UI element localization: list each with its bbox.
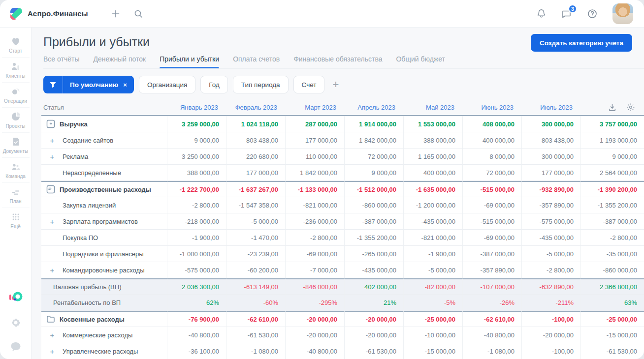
table-row[interactable]: + Управленческие расходы-36 100,00-1 080… <box>41 343 644 359</box>
table-row[interactable]: Покупка ПО-1 900,00-1 470,00-2 800,00-1 … <box>41 230 644 246</box>
value-cell: -1 000 000,00 <box>167 246 226 262</box>
table-row[interactable]: + Реклама3 250 000,00220 680,00110 000,0… <box>41 149 644 165</box>
expand-plus-icon[interactable]: + <box>46 152 58 161</box>
folder-icon[interactable] <box>46 315 55 324</box>
sidebar-item-8[interactable]: Ещё <box>2 208 30 233</box>
tab-2[interactable]: Денежный поток <box>93 55 146 68</box>
column-header-month-4[interactable]: Апрель 2023 <box>344 99 403 116</box>
create-category-button[interactable]: Создать категорию учета <box>531 34 632 52</box>
sidebar-item-label: Клиенты <box>5 73 25 79</box>
value-cell: -236 000,00 <box>285 213 344 230</box>
sidebar-item-2[interactable]: Клиенты <box>2 58 30 83</box>
download-icon[interactable] <box>608 103 616 112</box>
value-cell: -357 890,00 <box>462 262 521 278</box>
messages-badge: 3 <box>568 4 577 13</box>
expand-plus-icon[interactable]: + <box>46 331 58 339</box>
expand-plus-icon[interactable]: + <box>46 136 58 145</box>
chat-bubble-icon[interactable] <box>10 341 22 352</box>
add-filter-icon[interactable]: + <box>332 79 339 90</box>
column-header-article: Статья <box>41 99 167 116</box>
sidebar-item-6[interactable]: Команда <box>2 158 30 183</box>
value-cell: -1 512 000,00 <box>344 181 403 197</box>
value-cell: 2 366 800,00 <box>580 278 644 295</box>
article-cell: + Зарплата программистов <box>41 213 167 230</box>
filter-chip-1[interactable]: Организация <box>139 76 195 93</box>
sidebar-item-4[interactable]: Проекты <box>2 108 30 133</box>
table-row[interactable]: Нераспределенные388 000,00177 000,001 84… <box>41 165 644 181</box>
sidebar-item-5[interactable]: Документы <box>2 133 30 158</box>
table-row[interactable]: Косвенные расходы-76 900,00-62 610,00-20… <box>41 311 644 327</box>
sidebar-item-1[interactable]: Старт <box>2 32 30 58</box>
table-row[interactable]: + Командировочные расходы-575 000,00-60 … <box>41 262 644 278</box>
brand[interactable]: Аспро.Финансы <box>10 7 88 20</box>
help-icon[interactable] <box>587 8 598 19</box>
filter-chip-3[interactable]: Тип периода <box>233 76 289 93</box>
value-cell: 803 438,00 <box>521 132 580 149</box>
tab-4[interactable]: Оплата счетов <box>233 55 280 68</box>
value-cell: -5 000,00 <box>403 262 462 278</box>
value-cell: 9 000,00 <box>580 149 644 165</box>
search-icon[interactable] <box>133 9 143 19</box>
table-row[interactable]: Рентабельность по ВП62%-60%-295%21%-5%-2… <box>41 295 644 311</box>
product-logo-icon[interactable] <box>8 290 23 304</box>
tab-5[interactable]: Финансовые обязательства <box>293 55 382 68</box>
row-label: Покупка ПО <box>63 234 98 241</box>
box-plus-icon[interactable] <box>46 120 55 128</box>
value-cell: -107 000,00 <box>462 278 521 295</box>
notifications-bell-icon[interactable] <box>536 8 547 19</box>
messages-icon[interactable]: 3 <box>561 8 572 19</box>
column-header-month-5[interactable]: Май 2023 <box>403 99 462 116</box>
value-cell: 388 000,00 <box>167 165 226 181</box>
expand-plus-icon[interactable]: + <box>46 347 58 356</box>
table-row[interactable]: Валовая прибыль (ВП)2 036 300,00-613 149… <box>41 278 644 295</box>
table-row[interactable]: Производственные расходы-1 222 700,00-1 … <box>41 181 644 197</box>
table-row[interactable]: Выручка3 259 000,001 024 118,00287 000,0… <box>41 116 644 132</box>
value-cell: 21% <box>344 295 403 311</box>
value-cell: 9 000,00 <box>167 132 226 149</box>
table-body: Выручка3 259 000,001 024 118,00287 000,0… <box>41 116 644 359</box>
table-row[interactable]: Закупка лицензий-2 800,00-1 547 358,00-8… <box>41 197 644 213</box>
user-avatar[interactable] <box>612 3 633 24</box>
value-cell: 1 553 000,00 <box>403 116 462 132</box>
expand-plus-icon[interactable]: + <box>46 217 58 226</box>
tab-6[interactable]: Общий бюджет <box>396 55 445 68</box>
value-cell: 1 842 000,00 <box>285 165 344 181</box>
tab-3[interactable]: Прибыли и убытки <box>160 55 219 68</box>
table-tools <box>580 99 644 116</box>
filter-chip-4[interactable]: Счет <box>293 76 325 93</box>
table-row[interactable]: + Создание сайтов9 000,00803 438,00177 0… <box>41 132 644 149</box>
value-cell: -20 000,00 <box>285 311 344 327</box>
table-row[interactable]: + Зарплата программистов-218 000,00-5 00… <box>41 213 644 230</box>
settings-gear-icon[interactable] <box>10 317 22 329</box>
filter-clear-icon[interactable]: × <box>122 81 134 89</box>
column-header-month-7[interactable]: Июль 2023 <box>521 99 580 116</box>
table-row[interactable]: Подрядчики и фрилансеры-1 000 000,00-23 … <box>41 246 644 262</box>
value-cell: -821 000,00 <box>403 230 462 246</box>
table-row[interactable]: + Коммерческие расходы-40 800,00-61 530,… <box>41 327 644 343</box>
expand-plus-icon[interactable]: + <box>46 266 58 274</box>
add-button[interactable] <box>111 9 121 19</box>
team-icon <box>10 161 21 172</box>
value-cell: 3 757 000,00 <box>580 116 644 132</box>
column-header-month-3[interactable]: Март 2023 <box>285 99 344 116</box>
value-cell: -25 000,00 <box>580 311 644 327</box>
column-header-month-2[interactable]: Февраль 2023 <box>226 99 285 116</box>
filter-chip-2[interactable]: Год <box>200 76 228 93</box>
row-label: Командировочные расходы <box>63 267 145 274</box>
sidebar-item-3[interactable]: Операции <box>2 83 30 108</box>
column-header-month-6[interactable]: Июнь 2023 <box>462 99 521 116</box>
table-settings-gear-icon[interactable] <box>626 103 635 112</box>
sidebar-item-7[interactable]: План <box>2 183 30 208</box>
filter-default-label: По умолчанию <box>63 81 122 89</box>
column-header-month-1[interactable]: Январь 2023 <box>167 99 226 116</box>
value-cell: 803 438,00 <box>226 132 285 149</box>
value-cell: -515 000,00 <box>462 181 521 197</box>
tab-1[interactable]: Все отчёты <box>43 55 79 68</box>
sidebar-item-label: Документы <box>3 149 29 154</box>
value-cell: 110 000,00 <box>285 149 344 165</box>
row-label: Подрядчики и фрилансеры <box>63 250 144 258</box>
article-cell: + Создание сайтов <box>41 132 167 149</box>
filter-default-button[interactable]: По умолчанию × <box>43 76 134 93</box>
box-lines-icon[interactable] <box>46 185 55 194</box>
value-cell: -35 000,00 <box>580 246 644 262</box>
